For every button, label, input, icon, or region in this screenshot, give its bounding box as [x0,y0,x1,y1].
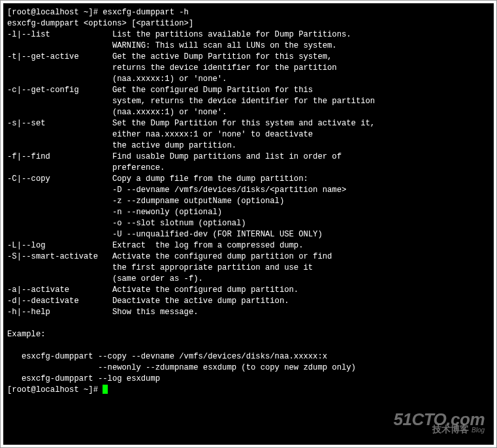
terminal-line: -z --zdumpname outputName (optional) [7,196,490,207]
terminal-line [7,340,490,351]
terminal-line: -f|--find Find usable Dump partitions an… [7,152,490,163]
terminal-line: -h|--help Show this message. [7,307,490,318]
window-frame: [root@localhost ~]# esxcfg-dumppart -hes… [0,0,497,448]
watermark: 51CTO.com 技术博客Blog [393,414,485,436]
terminal-line: esxcfg-dumppart --copy --devname /vmfs/d… [7,351,490,362]
terminal-line: (same order as -f). [7,274,490,285]
terminal-line: (naa.xxxxx:1) or 'none'. [7,74,490,85]
terminal-line: -o --slot slotnum (optional) [7,218,490,229]
terminal-line: -c|--get-config Get the configured Dump … [7,85,490,96]
terminal-line: (naa.xxxxx:1) or 'none'. [7,107,490,118]
terminal-line: -t|--get-active Get the active Dump Part… [7,52,490,63]
terminal-line: -n --newonly (optional) [7,207,490,218]
terminal-line: the first appropriate partition and use … [7,263,490,274]
prompt-line[interactable]: [root@localhost ~]# [7,385,490,396]
terminal-line: --newonly --zdumpname esxdump (to copy n… [7,362,490,374]
terminal[interactable]: [root@localhost ~]# esxcfg-dumppart -hes… [3,3,494,445]
terminal-content: [root@localhost ~]# esxcfg-dumppart -hes… [7,7,490,385]
terminal-line: Example: [7,329,490,340]
terminal-line: the active dump partition. [7,140,490,152]
terminal-line: esxcfg-dumppart <options> [<partition>] [7,18,490,29]
terminal-line: -D --devname /vmfs/devices/disks/<partit… [7,185,490,196]
terminal-line: -l|--list List the partitions available … [7,29,490,40]
terminal-line: esxcfg-dumppart --log esxdump [7,374,490,385]
terminal-line: -s|--set Set the Dump Partition for this… [7,118,490,129]
prompt-text: [root@localhost ~]# [7,385,103,394]
cursor [103,385,108,394]
terminal-line: -a|--activate Activate the configured du… [7,285,490,296]
terminal-line [7,318,490,329]
terminal-line: system, returns the device identifier fo… [7,96,490,107]
terminal-line: -d|--deactivate Deactivate the active du… [7,296,490,307]
terminal-line: either naa.xxxxx:1 or 'none' to deactiva… [7,129,490,140]
terminal-line: -L|--log Extract the log from a compress… [7,240,490,251]
terminal-line: -U --unqualified-dev (FOR INTERNAL USE O… [7,229,490,240]
terminal-line: returns the device identifier for the pa… [7,63,490,74]
terminal-line: [root@localhost ~]# esxcfg-dumppart -h [7,7,490,18]
terminal-line: -C|--copy Copy a dump file from the dump… [7,174,490,185]
terminal-line: -S|--smart-activate Activate the configu… [7,251,490,263]
terminal-line: preference. [7,163,490,174]
terminal-line: WARNING: This will scan all LUNs on the … [7,40,490,52]
